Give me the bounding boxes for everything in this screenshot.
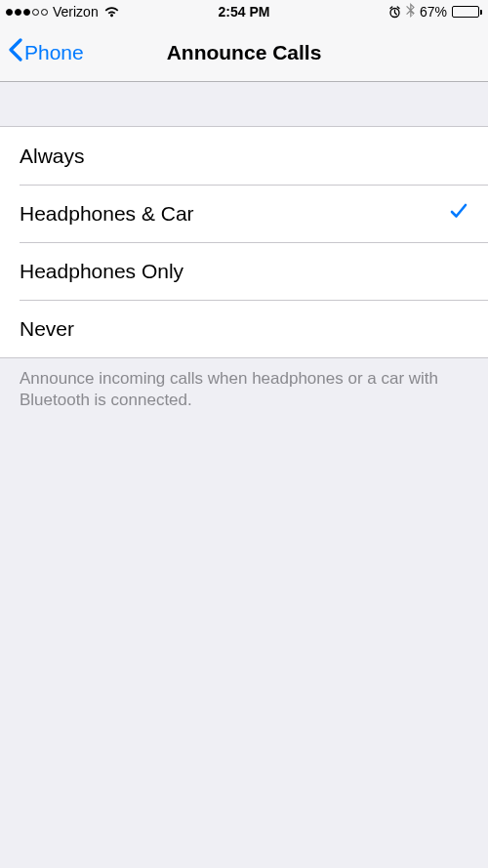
carrier-label: Verizon [53,4,99,20]
page-title: Announce Calls [167,41,322,64]
status-right: 67% [388,3,482,21]
alarm-icon [388,6,401,19]
option-always[interactable]: Always [0,127,488,185]
option-label: Never [20,317,74,341]
battery-icon [452,6,482,18]
status-bar: Verizon 2:54 PM 67% [0,0,488,23]
spacer [0,82,488,126]
back-label: Phone [24,41,84,64]
clock-label: 2:54 PM [219,4,270,20]
option-label: Headphones & Car [20,202,194,226]
options-list: Always Headphones & Car Headphones Only … [0,126,488,358]
option-headphones-only[interactable]: Headphones Only [0,242,488,300]
wifi-icon [103,6,120,18]
option-label: Always [20,145,85,168]
footer-description: Announce incoming calls when headphones … [0,358,488,421]
bluetooth-icon [406,3,415,21]
signal-strength-icon [6,9,48,16]
navigation-bar: Phone Announce Calls [0,23,488,82]
status-left: Verizon [6,4,120,20]
checkmark-icon [449,201,468,226]
battery-percent-label: 67% [420,4,447,20]
option-headphones-car[interactable]: Headphones & Car [0,185,488,242]
back-button[interactable]: Phone [0,38,84,66]
option-label: Headphones Only [20,260,183,283]
option-never[interactable]: Never [0,300,488,357]
chevron-left-icon [8,38,22,66]
